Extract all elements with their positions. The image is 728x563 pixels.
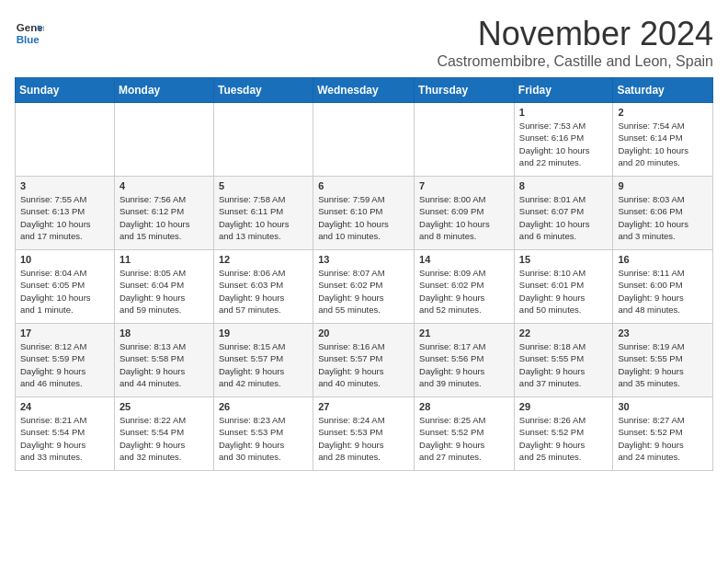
calendar-cell: [415, 103, 515, 177]
weekday-header-friday: Friday: [514, 78, 613, 103]
weekday-header-tuesday: Tuesday: [213, 78, 313, 103]
day-number: 3: [20, 180, 109, 191]
calendar-cell: 22Sunrise: 8:18 AMSunset: 5:55 PMDayligh…: [514, 324, 613, 397]
calendar-cell: 15Sunrise: 8:10 AMSunset: 6:01 PMDayligh…: [514, 250, 613, 324]
day-number: 4: [119, 180, 209, 191]
calendar-cell: 11Sunrise: 8:05 AMSunset: 6:04 PMDayligh…: [114, 250, 213, 324]
day-number: 8: [519, 180, 609, 191]
day-info: Sunrise: 8:19 AMSunset: 5:55 PMDaylight:…: [618, 340, 708, 389]
day-number: 17: [20, 327, 109, 339]
day-number: 28: [419, 401, 509, 412]
day-info: Sunrise: 8:21 AMSunset: 5:54 PMDaylight:…: [20, 414, 109, 463]
calendar-cell: 16Sunrise: 8:11 AMSunset: 6:00 PMDayligh…: [613, 250, 713, 324]
day-number: 23: [618, 327, 708, 339]
day-info: Sunrise: 8:13 AMSunset: 5:58 PMDaylight:…: [119, 340, 209, 389]
calendar-cell: 5Sunrise: 7:58 AMSunset: 6:11 PMDaylight…: [213, 177, 313, 250]
day-info: Sunrise: 8:27 AMSunset: 5:52 PMDaylight:…: [618, 414, 708, 463]
day-number: 6: [318, 180, 409, 191]
day-info: Sunrise: 8:12 AMSunset: 5:59 PMDaylight:…: [20, 340, 109, 389]
subtitle: Castromembibre, Castille and Leon, Spain: [437, 53, 713, 70]
day-number: 29: [519, 401, 609, 412]
day-number: 13: [318, 254, 409, 265]
calendar-cell: [313, 103, 415, 177]
calendar-cell: 19Sunrise: 8:15 AMSunset: 5:57 PMDayligh…: [213, 324, 313, 397]
week-row-1: 1Sunrise: 7:53 AMSunset: 6:16 PMDaylight…: [16, 103, 713, 177]
calendar-cell: 18Sunrise: 8:13 AMSunset: 5:58 PMDayligh…: [114, 324, 213, 397]
day-info: Sunrise: 8:26 AMSunset: 5:52 PMDaylight:…: [519, 414, 609, 463]
calendar-cell: 27Sunrise: 8:24 AMSunset: 5:53 PMDayligh…: [313, 397, 415, 471]
day-info: Sunrise: 8:18 AMSunset: 5:55 PMDaylight:…: [519, 340, 609, 389]
week-row-4: 17Sunrise: 8:12 AMSunset: 5:59 PMDayligh…: [16, 324, 713, 397]
calendar-cell: [213, 103, 313, 177]
month-title: November 2024: [437, 15, 713, 53]
calendar-cell: 14Sunrise: 8:09 AMSunset: 6:02 PMDayligh…: [415, 250, 515, 324]
day-number: 16: [618, 254, 708, 265]
day-info: Sunrise: 8:05 AMSunset: 6:04 PMDaylight:…: [119, 267, 209, 316]
calendar-cell: [114, 103, 213, 177]
calendar-cell: 9Sunrise: 8:03 AMSunset: 6:06 PMDaylight…: [613, 177, 713, 250]
weekday-header-monday: Monday: [114, 78, 213, 103]
day-info: Sunrise: 8:09 AMSunset: 6:02 PMDaylight:…: [419, 267, 509, 316]
calendar-cell: 7Sunrise: 8:00 AMSunset: 6:09 PMDaylight…: [415, 177, 515, 250]
weekday-header-thursday: Thursday: [415, 78, 515, 103]
day-info: Sunrise: 8:16 AMSunset: 5:57 PMDaylight:…: [318, 340, 409, 389]
calendar-cell: 23Sunrise: 8:19 AMSunset: 5:55 PMDayligh…: [613, 324, 713, 397]
day-info: Sunrise: 8:07 AMSunset: 6:02 PMDaylight:…: [318, 267, 409, 316]
day-number: 18: [119, 327, 209, 339]
calendar-cell: 8Sunrise: 8:01 AMSunset: 6:07 PMDaylight…: [514, 177, 613, 250]
week-row-5: 24Sunrise: 8:21 AMSunset: 5:54 PMDayligh…: [16, 397, 713, 471]
day-number: 25: [119, 401, 209, 412]
day-info: Sunrise: 7:54 AMSunset: 6:14 PMDaylight:…: [618, 120, 708, 168]
day-info: Sunrise: 8:15 AMSunset: 5:57 PMDaylight:…: [219, 340, 308, 389]
day-info: Sunrise: 8:06 AMSunset: 6:03 PMDaylight:…: [219, 267, 308, 316]
calendar-cell: 24Sunrise: 8:21 AMSunset: 5:54 PMDayligh…: [16, 397, 115, 471]
day-info: Sunrise: 8:01 AMSunset: 6:07 PMDaylight:…: [519, 193, 609, 242]
weekday-header-sunday: Sunday: [16, 78, 115, 103]
day-info: Sunrise: 8:03 AMSunset: 6:06 PMDaylight:…: [618, 193, 708, 242]
calendar-cell: 17Sunrise: 8:12 AMSunset: 5:59 PMDayligh…: [16, 324, 115, 397]
calendar-cell: 13Sunrise: 8:07 AMSunset: 6:02 PMDayligh…: [313, 250, 415, 324]
weekday-header-wednesday: Wednesday: [313, 78, 415, 103]
day-number: 2: [618, 107, 708, 118]
day-info: Sunrise: 8:17 AMSunset: 5:56 PMDaylight:…: [419, 340, 509, 389]
weekday-header-saturday: Saturday: [613, 78, 713, 103]
day-info: Sunrise: 7:58 AMSunset: 6:11 PMDaylight:…: [219, 193, 308, 242]
calendar-cell: 29Sunrise: 8:26 AMSunset: 5:52 PMDayligh…: [514, 397, 613, 471]
calendar-cell: 2Sunrise: 7:54 AMSunset: 6:14 PMDaylight…: [613, 103, 713, 177]
day-number: 22: [519, 327, 609, 339]
day-number: 20: [318, 327, 409, 339]
day-info: Sunrise: 8:24 AMSunset: 5:53 PMDaylight:…: [318, 414, 409, 463]
day-number: 21: [419, 327, 509, 339]
day-info: Sunrise: 8:23 AMSunset: 5:53 PMDaylight:…: [219, 414, 308, 463]
day-number: 24: [20, 401, 109, 412]
calendar-cell: 21Sunrise: 8:17 AMSunset: 5:56 PMDayligh…: [415, 324, 515, 397]
calendar-cell: 28Sunrise: 8:25 AMSunset: 5:52 PMDayligh…: [415, 397, 515, 471]
day-info: Sunrise: 8:25 AMSunset: 5:52 PMDaylight:…: [419, 414, 509, 463]
day-info: Sunrise: 8:11 AMSunset: 6:00 PMDaylight:…: [618, 267, 708, 316]
calendar-cell: 12Sunrise: 8:06 AMSunset: 6:03 PMDayligh…: [213, 250, 313, 324]
day-number: 30: [618, 401, 708, 412]
day-info: Sunrise: 8:00 AMSunset: 6:09 PMDaylight:…: [419, 193, 509, 242]
day-info: Sunrise: 7:53 AMSunset: 6:16 PMDaylight:…: [519, 120, 609, 168]
calendar-cell: 6Sunrise: 7:59 AMSunset: 6:10 PMDaylight…: [313, 177, 415, 250]
day-number: 12: [219, 254, 308, 265]
week-row-3: 10Sunrise: 8:04 AMSunset: 6:05 PMDayligh…: [16, 250, 713, 324]
calendar-cell: 26Sunrise: 8:23 AMSunset: 5:53 PMDayligh…: [213, 397, 313, 471]
calendar-cell: 10Sunrise: 8:04 AMSunset: 6:05 PMDayligh…: [16, 250, 115, 324]
day-number: 11: [119, 254, 209, 265]
svg-text:Blue: Blue: [17, 34, 40, 45]
day-info: Sunrise: 7:59 AMSunset: 6:10 PMDaylight:…: [318, 193, 409, 242]
day-number: 10: [20, 254, 109, 265]
day-info: Sunrise: 8:04 AMSunset: 6:05 PMDaylight:…: [20, 267, 109, 316]
calendar-cell: 20Sunrise: 8:16 AMSunset: 5:57 PMDayligh…: [313, 324, 415, 397]
logo: General Blue: [15, 18, 44, 48]
day-number: 7: [419, 180, 509, 191]
day-number: 27: [318, 401, 409, 412]
logo-icon: General Blue: [15, 18, 44, 48]
day-info: Sunrise: 8:10 AMSunset: 6:01 PMDaylight:…: [519, 267, 609, 316]
calendar-cell: 1Sunrise: 7:53 AMSunset: 6:16 PMDaylight…: [514, 103, 613, 177]
day-number: 9: [618, 180, 708, 191]
day-number: 19: [219, 327, 308, 339]
page-header: General Blue November 2024 Castromembibr…: [15, 15, 713, 70]
day-number: 1: [519, 107, 609, 118]
